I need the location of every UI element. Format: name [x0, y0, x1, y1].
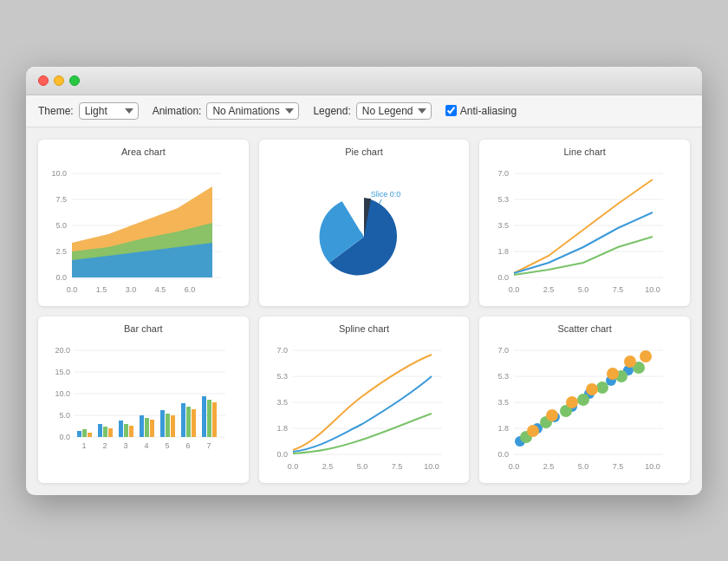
- svg-text:3.5: 3.5: [276, 398, 288, 407]
- svg-rect-62: [192, 409, 196, 437]
- titlebar: [26, 67, 702, 95]
- close-button[interactable]: [38, 75, 49, 86]
- svg-text:10.0: 10.0: [645, 285, 660, 294]
- pie-chart-title: Pie chart: [345, 147, 382, 157]
- scatter-chart-svg: 7.0 5.3 3.5 1.8 0.0 0.0 2.5 5.0 7.5 10.0: [490, 337, 680, 476]
- svg-point-114: [596, 382, 608, 394]
- svg-text:7.5: 7.5: [612, 285, 623, 294]
- theme-select[interactable]: Light Dark System: [79, 102, 139, 120]
- line-chart-card: Line chart 7.0 5.3 3.5 1.8 0.0 0.0 2.5 5…: [479, 140, 690, 306]
- svg-text:1.8: 1.8: [497, 424, 509, 433]
- svg-text:0.0: 0.0: [276, 450, 288, 459]
- svg-text:6: 6: [186, 441, 191, 450]
- svg-rect-49: [103, 427, 107, 437]
- svg-text:5.3: 5.3: [276, 372, 288, 381]
- svg-point-123: [640, 350, 652, 362]
- area-chart-card: Area chart 10.0 7.5 5.0 2.5 0.0 0.0 1.5 …: [38, 140, 249, 306]
- svg-text:4: 4: [145, 441, 149, 450]
- bar-chart-card: Bar chart 20.0 15.0 10.0 5.0 0.0: [38, 316, 249, 483]
- line-chart-title: Line chart: [564, 147, 606, 157]
- maximize-button[interactable]: [69, 75, 80, 86]
- svg-text:10.0: 10.0: [52, 169, 68, 178]
- svg-text:0.0: 0.0: [288, 462, 299, 471]
- svg-rect-61: [186, 407, 191, 437]
- line-chart-svg: 7.0 5.3 3.5 1.8 0.0 0.0 2.5 5.0 7.5 10.0: [490, 160, 680, 299]
- svg-text:1.5: 1.5: [96, 285, 107, 294]
- svg-text:5.3: 5.3: [497, 372, 509, 381]
- svg-text:0.0: 0.0: [56, 273, 68, 282]
- svg-text:5.0: 5.0: [56, 221, 68, 230]
- animation-select[interactable]: No Animations Simple Smooth: [206, 102, 299, 120]
- svg-text:7.5: 7.5: [56, 195, 68, 204]
- spline-chart-card: Spline chart 7.0 5.3 3.5 1.8 0.0 0.0 2.5…: [259, 316, 470, 483]
- svg-text:0.0: 0.0: [497, 450, 509, 459]
- svg-point-113: [577, 394, 589, 406]
- svg-text:3.5: 3.5: [497, 221, 509, 230]
- svg-text:1: 1: [82, 441, 87, 450]
- scatter-chart-card: Scatter chart 7.0 5.3 3.5 1.8 0.0 0.0 2.…: [479, 316, 690, 483]
- legend-label: Legend:: [313, 105, 350, 117]
- svg-text:5.0: 5.0: [577, 285, 588, 294]
- svg-text:6.0: 6.0: [185, 285, 196, 294]
- svg-text:2.5: 2.5: [322, 462, 334, 471]
- svg-text:0.0: 0.0: [508, 462, 519, 471]
- svg-text:3: 3: [124, 441, 128, 450]
- svg-point-119: [566, 396, 578, 408]
- svg-rect-55: [145, 418, 149, 437]
- svg-rect-51: [119, 421, 123, 437]
- svg-text:15.0: 15.0: [55, 368, 71, 376]
- svg-text:5: 5: [166, 441, 170, 450]
- svg-rect-60: [181, 403, 185, 437]
- theme-label: Theme:: [38, 105, 74, 117]
- legend-group: Legend: No Legend Top Bottom: [313, 102, 431, 120]
- svg-text:7.0: 7.0: [497, 346, 509, 355]
- area-chart-title: Area chart: [121, 147, 166, 157]
- svg-rect-46: [82, 429, 87, 437]
- antialiasing-checkbox[interactable]: [445, 105, 457, 116]
- svg-text:3.0: 3.0: [126, 285, 137, 294]
- area-chart-svg: 10.0 7.5 5.0 2.5 0.0 0.0 1.5 3.0 4.5 6.0: [48, 160, 238, 299]
- svg-rect-63: [202, 396, 206, 437]
- svg-text:10.0: 10.0: [55, 389, 71, 398]
- svg-rect-50: [108, 428, 113, 437]
- svg-text:5.0: 5.0: [577, 462, 588, 471]
- animation-label: Animation:: [153, 105, 202, 117]
- svg-text:7: 7: [207, 441, 211, 450]
- svg-rect-57: [160, 410, 165, 437]
- toolbar: Theme: Light Dark System Animation: No A…: [26, 95, 702, 127]
- theme-group: Theme: Light Dark System: [38, 102, 139, 120]
- svg-text:2.5: 2.5: [543, 285, 554, 294]
- svg-text:Slice 0:0: Slice 0:0: [371, 190, 401, 199]
- svg-point-122: [624, 356, 636, 368]
- svg-text:10.0: 10.0: [424, 462, 439, 471]
- antialiasing-label: Anti-aliasing: [460, 105, 517, 117]
- minimize-button[interactable]: [54, 75, 64, 86]
- svg-rect-53: [129, 426, 133, 437]
- svg-rect-56: [150, 420, 154, 437]
- svg-text:0.0: 0.0: [67, 285, 78, 294]
- animation-group: Animation: No Animations Simple Smooth: [153, 102, 300, 120]
- svg-rect-45: [77, 431, 81, 437]
- bar-chart-svg: 20.0 15.0 10.0 5.0 0.0: [48, 337, 238, 476]
- svg-rect-54: [140, 415, 144, 437]
- svg-point-120: [586, 383, 598, 395]
- svg-rect-52: [124, 424, 128, 437]
- antialiasing-group: Anti-aliasing: [445, 105, 517, 117]
- svg-text:1.8: 1.8: [276, 424, 288, 433]
- legend-select[interactable]: No Legend Top Bottom: [356, 102, 432, 120]
- svg-rect-64: [207, 400, 211, 437]
- svg-text:2.5: 2.5: [56, 247, 68, 256]
- svg-text:20.0: 20.0: [55, 346, 71, 355]
- svg-text:3.5: 3.5: [497, 398, 509, 407]
- svg-text:4.5: 4.5: [155, 285, 166, 294]
- svg-text:5.0: 5.0: [357, 462, 368, 471]
- svg-text:5.3: 5.3: [497, 195, 509, 204]
- svg-rect-58: [166, 414, 170, 437]
- svg-text:7.5: 7.5: [392, 462, 403, 471]
- svg-text:1.8: 1.8: [497, 247, 509, 256]
- scatter-chart-title: Scatter chart: [557, 323, 611, 334]
- svg-rect-59: [171, 415, 175, 437]
- svg-text:0.0: 0.0: [497, 273, 509, 282]
- spline-chart-svg: 7.0 5.3 3.5 1.8 0.0 0.0 2.5 5.0 7.5 10.0: [269, 337, 459, 476]
- spline-chart-title: Spline chart: [339, 323, 389, 334]
